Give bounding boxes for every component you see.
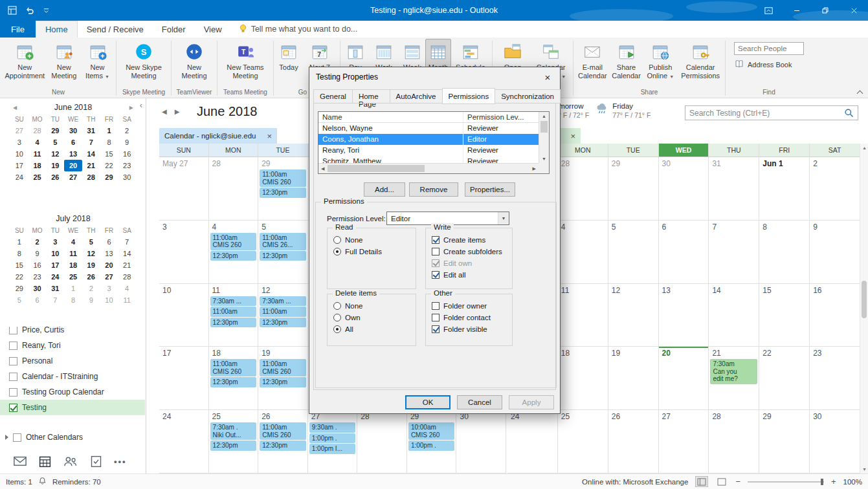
remove-button[interactable]: Remove bbox=[409, 182, 458, 197]
day-cell-27[interactable]: 279:30am .1:00pm .1:00pm I... bbox=[308, 410, 358, 473]
scroll-up-icon[interactable]: ▲ bbox=[542, 114, 546, 118]
next-month-button[interactable]: ▶ bbox=[129, 105, 133, 111]
nav-more-icon[interactable]: ••• bbox=[114, 457, 127, 466]
day-cell-jun-1[interactable]: Jun 1 bbox=[759, 157, 810, 220]
mini-day[interactable]: 18 bbox=[28, 160, 47, 171]
zoom-thumb[interactable] bbox=[821, 479, 823, 485]
calendar-event[interactable]: 12:30pm bbox=[210, 251, 257, 261]
day-cell-11[interactable]: 117:30am ...11:00am12:30pm bbox=[209, 284, 259, 347]
calendar-event[interactable]: 11:00amCMIS 260 bbox=[260, 359, 306, 376]
calendar-event[interactable]: 12:30pm bbox=[260, 440, 306, 451]
permission-row-nelson-wayne[interactable]: Nelson, WayneReviewer bbox=[318, 123, 539, 134]
mini-day[interactable]: 6 bbox=[100, 236, 118, 248]
mini-day[interactable]: 12 bbox=[46, 148, 64, 160]
reminders-count[interactable]: Reminders: 70 bbox=[52, 478, 101, 486]
day-cell-26[interactable]: 2611:00amCMIS 26012:30pm bbox=[258, 410, 308, 473]
zoom-level[interactable]: 100% bbox=[843, 478, 862, 486]
nav-tasks-icon[interactable] bbox=[89, 455, 103, 468]
radio-full-details[interactable]: Full Details bbox=[333, 248, 416, 255]
mini-day[interactable]: 19 bbox=[46, 160, 64, 171]
day-cell-20[interactable]: 20 bbox=[659, 347, 709, 409]
radio-own[interactable]: Own bbox=[333, 314, 416, 321]
day-cell-19[interactable]: 1911:00amCMIS 26012:30pm bbox=[258, 347, 308, 409]
mini-day[interactable]: 25 bbox=[28, 171, 47, 183]
tab-view[interactable]: View bbox=[195, 21, 231, 38]
tab-file[interactable]: File bbox=[0, 21, 36, 38]
calendar-checkbox[interactable] bbox=[9, 388, 17, 397]
permissions-list[interactable]: Name Permission Lev... Nelson, WayneRevi… bbox=[318, 111, 550, 174]
tab-home[interactable]: Home bbox=[36, 21, 78, 38]
day-cell-28[interactable]: 28 bbox=[558, 157, 608, 220]
permission-row-schmitz-matthew[interactable]: Schmitz, MatthewReviewer bbox=[318, 156, 539, 163]
customize-qat-icon[interactable] bbox=[43, 7, 50, 14]
day-cell-14[interactable]: 14 bbox=[709, 284, 759, 347]
zoom-out-button[interactable]: − bbox=[735, 477, 740, 486]
mini-day[interactable]: 30 bbox=[64, 125, 82, 136]
ribbon-display-options-button[interactable] bbox=[754, 0, 783, 21]
calendar-event[interactable]: 12:30pm bbox=[260, 318, 306, 328]
list-horizontal-scrollbar[interactable]: ◀ ▶ bbox=[318, 163, 539, 173]
mini-day[interactable]: 30 bbox=[28, 283, 47, 294]
mini-day[interactable]: 31 bbox=[82, 125, 100, 136]
e-mail-calendar-button[interactable]: E-mail Calendar bbox=[575, 39, 610, 88]
close-button[interactable] bbox=[840, 0, 868, 21]
day-cell-24[interactable]: 24 bbox=[507, 410, 558, 473]
sidebar-calendar-calendar-itstraining[interactable]: Calendar - ITStraining bbox=[0, 369, 145, 384]
calendar-event[interactable]: 9:30am . bbox=[309, 422, 356, 433]
scroll-thumb[interactable] bbox=[328, 165, 425, 172]
dialog-tab-autoarchive[interactable]: AutoArchive bbox=[390, 89, 443, 103]
column-permission-level[interactable]: Permission Lev... bbox=[463, 112, 539, 122]
mini-day[interactable]: 11 bbox=[28, 148, 47, 160]
mini-day[interactable]: 1 bbox=[10, 236, 28, 248]
mini-day[interactable]: 24 bbox=[46, 271, 64, 283]
address-book-button[interactable]: Address Book bbox=[734, 59, 792, 71]
day-cell-12[interactable]: 12 bbox=[608, 284, 659, 347]
mini-day[interactable]: 28 bbox=[82, 171, 100, 183]
mini-day[interactable]: 11 bbox=[118, 294, 136, 306]
previous-month-button[interactable]: ◀ bbox=[162, 108, 167, 115]
mini-day[interactable]: 14 bbox=[118, 248, 136, 259]
day-cell-28[interactable]: 28 bbox=[709, 410, 759, 473]
day-cell-19[interactable]: 19 bbox=[608, 347, 659, 409]
mini-day[interactable]: 27 bbox=[100, 271, 118, 283]
scroll-left-icon[interactable]: ◀ bbox=[321, 166, 324, 171]
close-calendar-icon[interactable]: × bbox=[570, 132, 575, 140]
calendar-event[interactable]: 7:30amCan youedit me? bbox=[710, 359, 757, 384]
new-appointment-button[interactable]: New Appointment bbox=[3, 39, 47, 88]
day-cell-4[interactable]: 4 bbox=[558, 221, 608, 283]
mini-day[interactable]: 10 bbox=[46, 248, 64, 259]
day-cell-29[interactable]: 2911:00amCMIS 26012:30pm bbox=[258, 157, 308, 220]
mini-day[interactable]: 1 bbox=[64, 283, 82, 294]
mini-day[interactable]: 28 bbox=[28, 125, 47, 136]
calendar-event[interactable]: 10:00amCMIS 260 bbox=[408, 422, 455, 440]
minimize-button[interactable] bbox=[783, 0, 811, 21]
calendar-event[interactable]: 12:30pm bbox=[210, 377, 257, 387]
dialog-tab-general[interactable]: General bbox=[313, 89, 353, 103]
mini-day[interactable]: 4 bbox=[28, 136, 47, 148]
day-cell-22[interactable]: 22 bbox=[759, 347, 810, 409]
weather-friday[interactable]: Friday 77° F / 71° F bbox=[595, 102, 651, 119]
calendar-event[interactable]: 11:00amCMIS 26... bbox=[260, 233, 306, 250]
day-cell-may-27[interactable]: May 27 bbox=[159, 157, 209, 220]
dialog-close-icon[interactable]: × bbox=[535, 67, 560, 87]
mini-day[interactable]: 13 bbox=[64, 148, 82, 160]
mini-day[interactable]: 26 bbox=[82, 271, 100, 283]
mini-day[interactable]: 7 bbox=[82, 136, 100, 148]
day-cell-18[interactable]: 18 bbox=[558, 347, 608, 409]
mini-day[interactable]: 26 bbox=[46, 171, 64, 183]
ok-button[interactable]: OK bbox=[405, 395, 451, 409]
mini-day[interactable]: 14 bbox=[82, 148, 100, 160]
mini-day[interactable]: 21 bbox=[82, 160, 100, 171]
scroll-thumb[interactable] bbox=[540, 121, 548, 133]
mini-day[interactable]: 23 bbox=[28, 271, 47, 283]
mini-day[interactable]: 15 bbox=[10, 259, 28, 271]
day-cell-29[interactable]: 29 bbox=[759, 410, 810, 473]
mini-day[interactable]: 20 bbox=[100, 259, 118, 271]
day-cell-15[interactable]: 15 bbox=[759, 284, 810, 347]
list-header[interactable]: Name Permission Lev... bbox=[318, 112, 539, 123]
other-calendars-checkbox[interactable] bbox=[13, 433, 21, 442]
mini-day[interactable]: 5 bbox=[82, 236, 100, 248]
mini-day[interactable]: 28 bbox=[118, 271, 136, 283]
restore-button[interactable] bbox=[811, 0, 840, 21]
search-people-input[interactable]: Search People bbox=[734, 42, 804, 55]
